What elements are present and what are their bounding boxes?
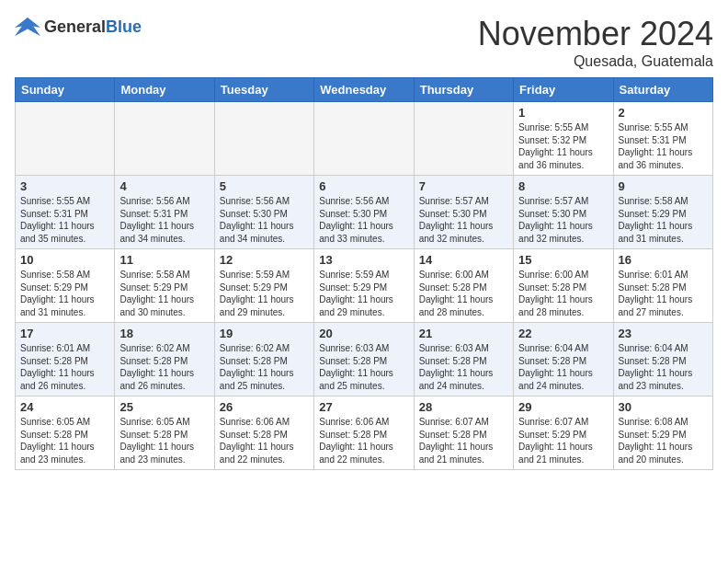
day-info: Sunrise: 5:55 AM Sunset: 5:31 PM Dayligh… — [619, 121, 708, 171]
day-info: Sunrise: 5:56 AM Sunset: 5:31 PM Dayligh… — [119, 195, 209, 245]
day-number: 3 — [20, 179, 109, 193]
day-info: Sunrise: 6:02 AM Sunset: 5:28 PM Dayligh… — [119, 342, 209, 392]
day-of-week-header: Wednesday — [314, 78, 414, 102]
logo-general-text: General — [44, 17, 106, 36]
day-info: Sunrise: 5:59 AM Sunset: 5:29 PM Dayligh… — [220, 269, 309, 318]
calendar-day-cell: 19Sunrise: 6:02 AM Sunset: 5:28 PM Dayli… — [214, 323, 313, 396]
day-number: 9 — [619, 179, 708, 193]
calendar-day-cell — [314, 102, 414, 176]
calendar-day-cell: 1Sunrise: 5:55 AM Sunset: 5:32 PM Daylig… — [514, 102, 613, 176]
day-info: Sunrise: 6:01 AM Sunset: 5:28 PM Dayligh… — [20, 342, 109, 392]
day-number: 8 — [518, 179, 608, 193]
day-info: Sunrise: 5:55 AM Sunset: 5:31 PM Dayligh… — [20, 195, 109, 245]
day-number: 20 — [319, 327, 408, 340]
calendar-day-cell: 15Sunrise: 6:00 AM Sunset: 5:28 PM Dayli… — [514, 249, 613, 323]
logo-blue-text: Blue — [106, 17, 142, 36]
day-info: Sunrise: 5:58 AM Sunset: 5:29 PM Dayligh… — [20, 269, 109, 318]
calendar-day-cell: 22Sunrise: 6:04 AM Sunset: 5:28 PM Dayli… — [514, 323, 613, 396]
day-number: 28 — [419, 400, 508, 414]
day-number: 1 — [518, 106, 608, 120]
day-info: Sunrise: 5:57 AM Sunset: 5:30 PM Dayligh… — [518, 195, 608, 245]
day-number: 23 — [619, 327, 708, 340]
day-number: 26 — [220, 400, 309, 414]
day-info: Sunrise: 5:56 AM Sunset: 5:30 PM Dayligh… — [220, 195, 309, 245]
day-info: Sunrise: 6:02 AM Sunset: 5:28 PM Dayligh… — [220, 342, 309, 392]
day-info: Sunrise: 5:58 AM Sunset: 5:29 PM Dayligh… — [619, 195, 708, 245]
day-info: Sunrise: 6:07 AM Sunset: 5:29 PM Dayligh… — [518, 416, 608, 465]
day-number: 6 — [319, 179, 408, 193]
calendar-day-cell: 2Sunrise: 5:55 AM Sunset: 5:31 PM Daylig… — [613, 102, 712, 176]
calendar-day-cell: 3Sunrise: 5:55 AM Sunset: 5:31 PM Daylig… — [16, 176, 115, 249]
calendar-day-cell — [16, 102, 115, 176]
day-of-week-header: Tuesday — [214, 78, 313, 102]
logo: GeneralBlue — [15, 15, 142, 40]
calendar-day-cell: 20Sunrise: 6:03 AM Sunset: 5:28 PM Dayli… — [314, 323, 414, 396]
day-info: Sunrise: 6:03 AM Sunset: 5:28 PM Dayligh… — [419, 342, 508, 392]
calendar-day-cell: 24Sunrise: 6:05 AM Sunset: 5:28 PM Dayli… — [16, 396, 115, 470]
day-info: Sunrise: 6:00 AM Sunset: 5:28 PM Dayligh… — [518, 269, 608, 318]
day-info: Sunrise: 6:05 AM Sunset: 5:28 PM Dayligh… — [119, 416, 209, 465]
calendar-day-cell: 23Sunrise: 6:04 AM Sunset: 5:28 PM Dayli… — [613, 323, 712, 396]
calendar-week-row: 10Sunrise: 5:58 AM Sunset: 5:29 PM Dayli… — [16, 249, 713, 323]
calendar-day-cell: 7Sunrise: 5:57 AM Sunset: 5:30 PM Daylig… — [414, 176, 513, 249]
calendar-week-row: 3Sunrise: 5:55 AM Sunset: 5:31 PM Daylig… — [16, 176, 713, 249]
calendar-day-cell: 4Sunrise: 5:56 AM Sunset: 5:31 PM Daylig… — [115, 176, 214, 249]
day-of-week-header: Thursday — [414, 78, 513, 102]
logo-icon — [15, 15, 40, 40]
day-number: 14 — [419, 253, 508, 267]
day-info: Sunrise: 6:01 AM Sunset: 5:28 PM Dayligh… — [619, 269, 708, 318]
day-number: 17 — [20, 327, 109, 340]
day-info: Sunrise: 5:59 AM Sunset: 5:29 PM Dayligh… — [319, 269, 408, 318]
calendar-day-cell: 12Sunrise: 5:59 AM Sunset: 5:29 PM Dayli… — [214, 249, 313, 323]
day-info: Sunrise: 6:07 AM Sunset: 5:28 PM Dayligh… — [419, 416, 508, 465]
day-info: Sunrise: 5:58 AM Sunset: 5:29 PM Dayligh… — [119, 269, 209, 318]
calendar-day-cell: 11Sunrise: 5:58 AM Sunset: 5:29 PM Dayli… — [115, 249, 214, 323]
calendar-day-cell: 21Sunrise: 6:03 AM Sunset: 5:28 PM Dayli… — [414, 323, 513, 396]
calendar-day-cell: 14Sunrise: 6:00 AM Sunset: 5:28 PM Dayli… — [414, 249, 513, 323]
day-info: Sunrise: 6:06 AM Sunset: 5:28 PM Dayligh… — [220, 416, 309, 465]
day-info: Sunrise: 5:56 AM Sunset: 5:30 PM Dayligh… — [319, 195, 408, 245]
calendar-day-cell — [214, 102, 313, 176]
day-info: Sunrise: 6:08 AM Sunset: 5:29 PM Dayligh… — [619, 416, 708, 465]
day-of-week-header: Monday — [115, 78, 214, 102]
day-number: 25 — [119, 400, 209, 414]
calendar-header-row: SundayMondayTuesdayWednesdayThursdayFrid… — [16, 78, 713, 102]
calendar-day-cell: 27Sunrise: 6:06 AM Sunset: 5:28 PM Dayli… — [314, 396, 414, 470]
day-number: 11 — [119, 253, 209, 267]
calendar-day-cell: 16Sunrise: 6:01 AM Sunset: 5:28 PM Dayli… — [613, 249, 712, 323]
day-info: Sunrise: 5:55 AM Sunset: 5:32 PM Dayligh… — [518, 121, 608, 171]
day-number: 22 — [518, 327, 608, 340]
day-info: Sunrise: 6:06 AM Sunset: 5:28 PM Dayligh… — [319, 416, 408, 465]
title-block: November 2024 Quesada, Guatemala — [478, 15, 713, 70]
day-number: 24 — [20, 400, 109, 414]
day-info: Sunrise: 6:04 AM Sunset: 5:28 PM Dayligh… — [518, 342, 608, 392]
calendar-day-cell: 26Sunrise: 6:06 AM Sunset: 5:28 PM Dayli… — [214, 396, 313, 470]
calendar-day-cell: 5Sunrise: 5:56 AM Sunset: 5:30 PM Daylig… — [214, 176, 313, 249]
calendar-day-cell — [414, 102, 513, 176]
day-info: Sunrise: 6:03 AM Sunset: 5:28 PM Dayligh… — [319, 342, 408, 392]
day-info: Sunrise: 5:57 AM Sunset: 5:30 PM Dayligh… — [419, 195, 508, 245]
calendar-week-row: 17Sunrise: 6:01 AM Sunset: 5:28 PM Dayli… — [16, 323, 713, 396]
day-number: 27 — [319, 400, 408, 414]
day-number: 7 — [419, 179, 508, 193]
calendar-day-cell — [115, 102, 214, 176]
calendar-day-cell: 18Sunrise: 6:02 AM Sunset: 5:28 PM Dayli… — [115, 323, 214, 396]
calendar-day-cell: 30Sunrise: 6:08 AM Sunset: 5:29 PM Dayli… — [613, 396, 712, 470]
calendar-day-cell: 25Sunrise: 6:05 AM Sunset: 5:28 PM Dayli… — [115, 396, 214, 470]
calendar-day-cell: 9Sunrise: 5:58 AM Sunset: 5:29 PM Daylig… — [613, 176, 712, 249]
day-number: 19 — [220, 327, 309, 340]
day-number: 5 — [220, 179, 309, 193]
calendar-table: SundayMondayTuesdayWednesdayThursdayFrid… — [15, 77, 713, 470]
day-number: 10 — [20, 253, 109, 267]
calendar-day-cell: 10Sunrise: 5:58 AM Sunset: 5:29 PM Dayli… — [16, 249, 115, 323]
day-info: Sunrise: 6:04 AM Sunset: 5:28 PM Dayligh… — [619, 342, 708, 392]
calendar-day-cell: 28Sunrise: 6:07 AM Sunset: 5:28 PM Dayli… — [414, 396, 513, 470]
day-number: 16 — [619, 253, 708, 267]
day-number: 18 — [119, 327, 209, 340]
calendar-day-cell: 29Sunrise: 6:07 AM Sunset: 5:29 PM Dayli… — [514, 396, 613, 470]
page-header: GeneralBlue November 2024 Quesada, Guate… — [15, 15, 713, 70]
day-number: 2 — [619, 106, 708, 120]
location: Quesada, Guatemala — [478, 53, 713, 70]
day-number: 13 — [319, 253, 408, 267]
day-info: Sunrise: 6:05 AM Sunset: 5:28 PM Dayligh… — [20, 416, 109, 465]
